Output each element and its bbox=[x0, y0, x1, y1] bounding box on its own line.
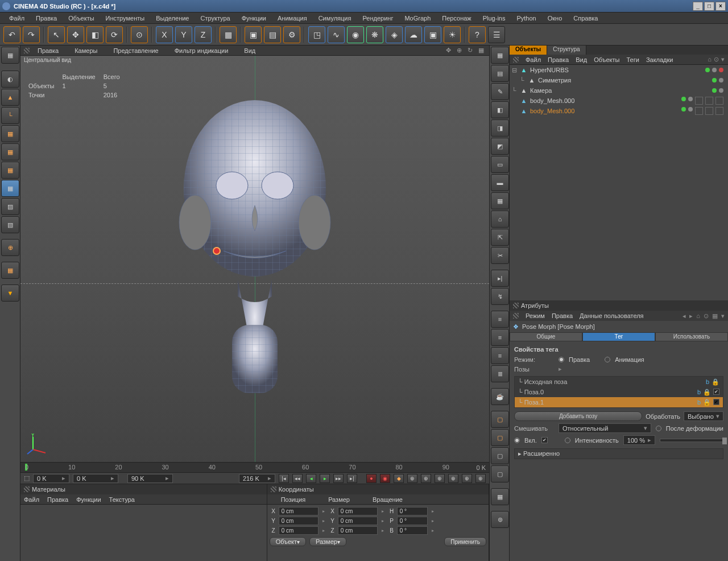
menu-Персонаж[interactable]: Персонаж bbox=[436, 13, 477, 23]
object-tree[interactable]: ⊟ ▲ HyperNURBS └ ▲ Симметрия └ ▲ Камера … bbox=[510, 65, 728, 300]
tag-icon[interactable] bbox=[715, 97, 723, 105]
rotate-tool[interactable]: ⟳ bbox=[106, 26, 123, 43]
model-mode[interactable]: ▲ bbox=[1, 89, 19, 106]
mode-anim-radio[interactable] bbox=[605, 357, 610, 362]
menu-Python[interactable]: Python bbox=[511, 13, 541, 23]
attr-tab-general[interactable]: Общие bbox=[510, 332, 582, 341]
menu-Функции[interactable]: Функции bbox=[236, 13, 272, 23]
menu-Симуляция[interactable]: Симуляция bbox=[313, 13, 357, 23]
rtool-21[interactable]: ▢ bbox=[491, 429, 509, 446]
snap-tool[interactable]: ⊕ bbox=[1, 239, 19, 256]
key-scl[interactable]: ⊕ bbox=[421, 474, 431, 483]
rtool-11[interactable]: ⇱ bbox=[491, 229, 509, 246]
goto-end[interactable]: ▸| bbox=[347, 474, 357, 483]
tree-row[interactable]: └ ▲ Камера bbox=[510, 85, 728, 96]
vp-nav-1[interactable]: ✥ bbox=[444, 47, 453, 54]
vpmenu-Представление[interactable]: Представление bbox=[113, 47, 158, 54]
objmenu-Правка[interactable]: Правка bbox=[548, 56, 569, 63]
vp-nav-4[interactable]: ▦ bbox=[477, 47, 486, 54]
timeline[interactable]: 0102030405060708090 0 K bbox=[20, 462, 489, 472]
scale-tool[interactable]: ◧ bbox=[86, 26, 104, 43]
pose-row[interactable]: └ Исходная поза b🔒 bbox=[515, 377, 723, 387]
matmenu-Файл[interactable]: Файл bbox=[24, 496, 39, 503]
edge-mode[interactable]: ▨ bbox=[1, 198, 19, 215]
spline-tool[interactable]: ∿ bbox=[328, 26, 345, 43]
key-pla[interactable]: ⊕ bbox=[462, 474, 472, 483]
primitive-cube[interactable]: ◳ bbox=[308, 26, 325, 43]
goto-start[interactable]: |◂ bbox=[279, 474, 289, 483]
menu-Plug-ins[interactable]: Plug-ins bbox=[477, 13, 511, 23]
rtool-24[interactable]: ▦ bbox=[491, 488, 509, 505]
pos-X[interactable]: 0 cm bbox=[279, 507, 318, 515]
intensity-field[interactable]: 100 %▸ bbox=[623, 435, 655, 445]
matmenu-Текстура[interactable]: Текстура bbox=[109, 496, 135, 503]
objmenu-Вид[interactable]: Вид bbox=[576, 56, 587, 63]
add-pose-button[interactable]: Добавить позу bbox=[514, 411, 642, 421]
rtool-23[interactable]: ▢ bbox=[491, 465, 509, 482]
light-tool[interactable]: ☀ bbox=[444, 26, 461, 43]
camera-tool[interactable]: ▣ bbox=[424, 26, 441, 43]
enabled-radio[interactable] bbox=[514, 438, 520, 443]
frame-total-field[interactable]: 216 K▸ bbox=[239, 474, 275, 483]
rtool-20[interactable]: ▢ bbox=[491, 411, 509, 428]
array-tool[interactable]: ❋ bbox=[366, 26, 383, 43]
vpmenu-Фильтр индикации[interactable]: Фильтр индикации bbox=[175, 47, 229, 54]
help-bubble[interactable]: ? bbox=[469, 26, 486, 43]
coord-apply-btn[interactable]: Применить bbox=[444, 537, 486, 546]
rtool-22[interactable]: ▢ bbox=[491, 447, 509, 464]
rtool-10[interactable]: ⌂ bbox=[491, 211, 509, 228]
environment-tool[interactable]: ☁ bbox=[405, 26, 422, 43]
drop-tool[interactable]: ▼ bbox=[1, 284, 19, 302]
menu-Объекты[interactable]: Объекты bbox=[63, 13, 100, 23]
axis-x-toggle[interactable]: X bbox=[156, 26, 173, 43]
key-rot[interactable]: ⊕ bbox=[435, 474, 445, 483]
redo-button[interactable]: ↷ bbox=[23, 26, 40, 43]
undo-button[interactable]: ↶ bbox=[3, 26, 20, 43]
frame-lock-icon[interactable]: ⬚ bbox=[24, 475, 30, 482]
tag-icon[interactable] bbox=[705, 97, 713, 105]
tree-row[interactable]: ▲ body_Mesh.000 bbox=[510, 96, 728, 106]
coord-size-dd[interactable]: Размер ▾ bbox=[309, 537, 346, 546]
axis-z-toggle[interactable]: Z bbox=[195, 26, 212, 43]
size-X[interactable]: 0 cm bbox=[338, 507, 378, 515]
attrmenu-Правка[interactable]: Правка bbox=[552, 312, 573, 319]
menu-Окно[interactable]: Окно bbox=[542, 13, 568, 23]
prev-key[interactable]: ◂◂ bbox=[292, 474, 303, 483]
frame-end-field[interactable]: 90 K▸ bbox=[127, 474, 173, 483]
tree-row[interactable]: └ ▲ Симметрия bbox=[510, 75, 728, 85]
axis-mode[interactable]: └ bbox=[1, 107, 19, 124]
render-settings[interactable]: ⚙ bbox=[283, 26, 300, 43]
rot-B[interactable]: 0 ° bbox=[397, 526, 428, 535]
menu-Инструменты[interactable]: Инструменты bbox=[100, 13, 151, 23]
objmenu-Закладки[interactable]: Закладки bbox=[646, 56, 673, 63]
rtool-14[interactable]: ↯ bbox=[491, 288, 509, 305]
vp-nav-2[interactable]: ⊕ bbox=[455, 47, 464, 54]
rtool-19[interactable]: ☕ bbox=[491, 388, 509, 405]
menu-Выделение[interactable]: Выделение bbox=[150, 13, 195, 23]
menu-Справка[interactable]: Справка bbox=[568, 13, 603, 23]
coord-object-dd[interactable]: Объект ▾ bbox=[270, 537, 306, 546]
lock-tool[interactable]: ▦ bbox=[1, 262, 19, 279]
next-key[interactable]: ▸▸ bbox=[333, 474, 344, 483]
objmenu-Объекты[interactable]: Объекты bbox=[594, 56, 619, 63]
play-fwd[interactable]: ▸ bbox=[320, 474, 330, 483]
close-button[interactable]: × bbox=[715, 2, 726, 11]
key-pos[interactable]: ⊕ bbox=[407, 474, 417, 483]
menu-Правка[interactable]: Правка bbox=[30, 13, 63, 23]
layout-tool[interactable]: ▦ bbox=[1, 47, 19, 64]
tree-row[interactable]: ⊟ ▲ HyperNURBS bbox=[510, 65, 728, 75]
tag-icon[interactable] bbox=[715, 107, 723, 115]
select-tool[interactable]: ↖ bbox=[48, 26, 65, 43]
coord-system[interactable]: ▦ bbox=[220, 26, 237, 43]
rtool-7[interactable]: ▭ bbox=[491, 156, 509, 173]
minimize-button[interactable]: _ bbox=[693, 2, 703, 11]
rtool-8[interactable]: ▬ bbox=[491, 174, 509, 191]
vpmenu-Камеры[interactable]: Камеры bbox=[75, 47, 97, 54]
matmenu-Функции[interactable]: Функции bbox=[76, 496, 101, 503]
enabled-check[interactable]: ✔ bbox=[541, 437, 548, 443]
rtool-18[interactable]: ≣ bbox=[491, 365, 509, 382]
advanced-expander[interactable]: ▸ Расширенно bbox=[514, 448, 723, 459]
key-par[interactable]: ⊕ bbox=[448, 474, 458, 483]
rtool-1[interactable]: ▦ bbox=[491, 47, 509, 64]
pose-row[interactable]: └ Поза.0 b🔒✔ bbox=[515, 387, 723, 397]
